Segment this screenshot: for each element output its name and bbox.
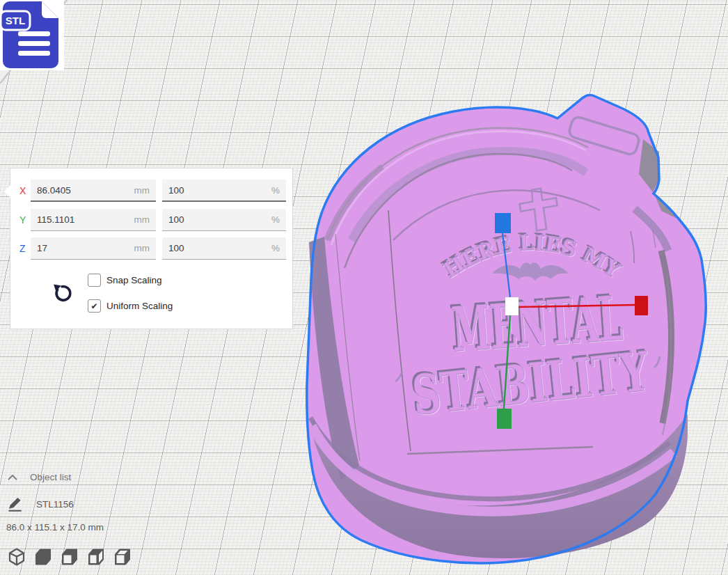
object-list-title: Object list [30,472,71,482]
mesh-type-anti-overhang-button cube-open-top-icon[interactable] [113,547,132,566]
stl-file-badge: STL [0,0,64,70]
x-size-value: 86.0405 [37,185,71,196]
x-size-unit: mm [134,185,150,196]
reset-scale-button[interactable] [51,283,73,305]
mesh-type-normal-button cube-outline-icon[interactable] [8,547,26,566]
snap-scaling-label: Snap Scaling [106,275,162,285]
y-percent-unit: % [271,214,280,225]
y-percent-input[interactable]: 100 % [162,209,286,231]
y-size-unit: mm [134,214,150,225]
center-scale-handle[interactable] [505,297,519,315]
scale-row-y: Y 115.1101 mm 100 % [10,209,292,231]
snap-scaling-row: Snap Scaling [88,274,162,287]
svg-text:STL: STL [6,15,25,26]
scale-row-x: X 86.0405 mm 100 % [10,180,292,202]
chevron-up-icon [7,473,18,482]
object-list-header[interactable]: Object list [7,472,71,482]
z-percent-input[interactable]: 100 % [162,237,286,260]
x-percent-value: 100 [168,185,184,196]
x-scale-handle[interactable] [635,296,648,315]
object-list-item[interactable]: STL1156 [7,496,74,512]
uniform-scaling-checkbox[interactable]: ✔ [88,299,101,313]
mesh-type-toolbar [8,547,132,566]
z-scale-handle[interactable] [495,213,511,233]
mesh-type-support-button cube-solid-icon[interactable] [34,547,52,566]
edit-pencil-icon [7,496,23,512]
3d-viewport[interactable]: HERE LIES MY HERE LIES MY HERE LIES MY M… [0,0,728,575]
z-percent-unit: % [271,243,280,253]
y-percent-value: 100 [168,214,184,225]
z-percent-value: 100 [168,243,184,253]
mesh-type-intersect-button cube-front-face-icon[interactable] [61,547,79,566]
uniform-scaling-label: Uniform Scaling [106,301,173,311]
reset-arrow-icon [51,283,73,305]
stl-document-icon: STL [0,0,64,70]
x-percent-input[interactable]: 100 % [162,180,286,202]
y-size-input[interactable]: 115.1101 mm [31,209,156,231]
panel-pointer [4,185,10,198]
scale-tool-panel: X 86.0405 mm 100 % Y 115.1101 mm 100 % Z [10,168,293,329]
mesh-type-remove-support-button cube-corner-icon[interactable] [87,547,105,566]
x-size-input[interactable]: 86.0405 mm [31,180,156,202]
snap-scaling-checkbox[interactable] [88,274,101,287]
y-size-value: 115.1101 [37,214,74,225]
uniform-check-mark: ✔ [90,302,97,310]
object-dimensions: 86.0 x 115.1 x 17.0 mm [6,522,104,533]
y-scale-handle[interactable] [497,409,512,429]
object-name: STL1156 [36,499,74,510]
uniform-scaling-row: ✔ Uniform Scaling [88,299,173,313]
z-size-input[interactable]: 17 mm [31,237,156,260]
z-size-unit: mm [134,243,150,253]
x-percent-unit: % [271,185,280,196]
scale-row-z: Z 17 mm 100 % [10,237,292,260]
z-size-value: 17 [37,243,47,253]
